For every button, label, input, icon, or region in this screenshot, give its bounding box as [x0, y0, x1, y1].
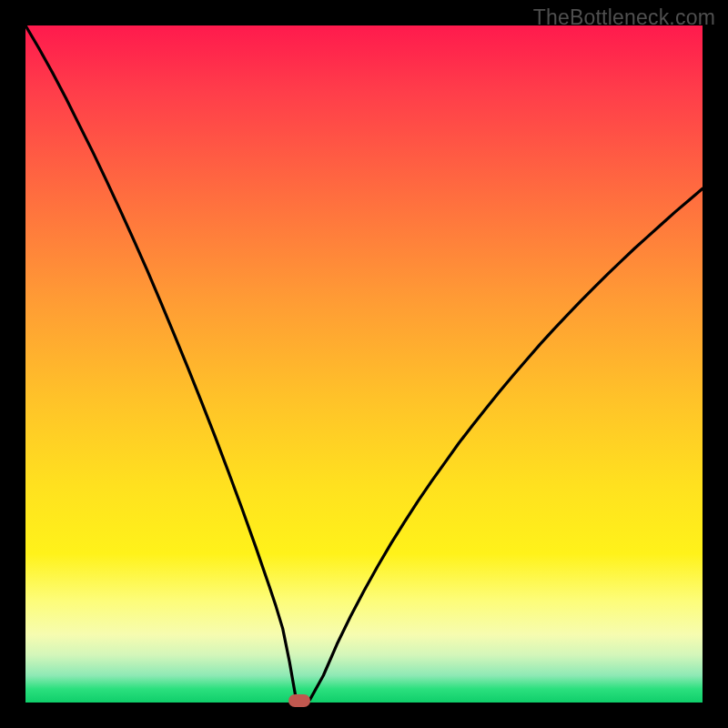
chart-plot-area [25, 25, 703, 703]
optimal-point-marker [288, 694, 310, 707]
bottleneck-curve [25, 25, 703, 703]
chart-frame: TheBottleneck.com [0, 0, 728, 728]
watermark-text: TheBottleneck.com [533, 5, 715, 30]
